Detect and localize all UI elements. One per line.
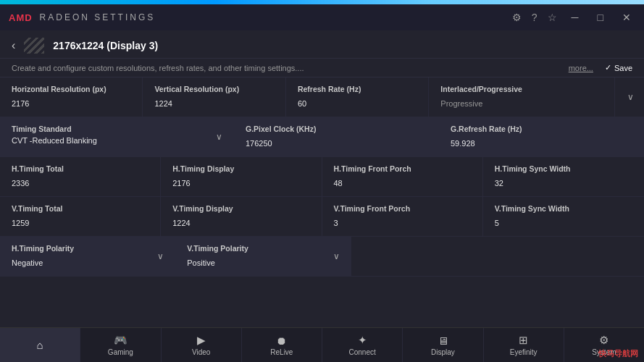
nav-gaming[interactable]: 🎮 Gaming — [80, 328, 161, 362]
minimize-button[interactable]: ─ — [567, 10, 583, 25]
cell-h-timing-total: H.Timing Total 2336 — [0, 157, 161, 196]
cell-v-timing-display: V.Timing Display 1224 — [161, 197, 322, 236]
star-icon[interactable]: ☆ — [548, 12, 557, 23]
nav-connect[interactable]: ✦ Connect — [322, 328, 403, 362]
amd-logo: AMD — [9, 12, 33, 23]
cell-h-timing-polarity: H.Timing Polarity Negative — [0, 237, 146, 276]
cell-h-timing-front-porch: H.Timing Front Porch 48 — [322, 157, 483, 196]
check-icon: ✓ — [605, 63, 611, 72]
maximize-button[interactable]: □ — [593, 10, 608, 25]
gaming-icon: 🎮 — [114, 334, 127, 347]
watermark: 快马导航网 — [598, 348, 638, 359]
cell-h-resolution: Horizontal Resolution (px) 2176 — [0, 77, 143, 117]
bottom-nav: ⌂ 🎮 Gaming ▶ Video ⏺ ReLive ✦ Connect 🖥 … — [0, 327, 644, 362]
interlaced-chevron[interactable]: ∨ — [615, 77, 644, 117]
system-icon: ⚙ — [599, 334, 609, 347]
help-icon[interactable]: ? — [532, 12, 538, 23]
cell-empty-1 — [351, 237, 498, 276]
h-polarity-chevron-cell: ∨ — [146, 237, 175, 276]
cell-v-resolution: Vertical Resolution (px) 1224 — [143, 77, 285, 117]
cell-v-timing-sync-width: V.Timing Sync Width 5 — [483, 197, 644, 236]
timing-standard-dropdown[interactable]: CVT -Reduced Blanking — [12, 136, 193, 145]
back-button[interactable]: ‹ — [12, 39, 15, 52]
row-resolutions: Horizontal Resolution (px) 2176 Vertical… — [0, 77, 644, 117]
video-icon: ▶ — [197, 334, 206, 347]
display-icon: 🖥 — [438, 334, 448, 347]
cell-gpixel-clock: G.Pixel Clock (KHz) 176250 — [234, 117, 439, 156]
save-button[interactable]: ✓ Save — [605, 63, 632, 72]
cell-v-timing-polarity: V.Timing Polarity Positive — [175, 237, 322, 276]
description-row: Create and configure custom resolutions,… — [0, 59, 644, 77]
cell-h-timing-sync-width: H.Timing Sync Width 32 — [483, 157, 644, 196]
home-icon: ⌂ — [37, 339, 43, 351]
nav-video[interactable]: ▶ Video — [162, 328, 242, 362]
cell-interlaced: Interlaced/Progressive Progressive — [429, 77, 615, 117]
description-text: Create and configure custom resolutions,… — [12, 64, 304, 72]
nav-relive[interactable]: ⏺ ReLive — [242, 328, 322, 362]
eyefinity-icon: ⊞ — [519, 334, 528, 347]
settings-icon[interactable]: ⚙ — [512, 12, 522, 23]
more-link[interactable]: more... — [569, 64, 593, 72]
title-bar-right: ⚙ ? ☆ ─ □ ✕ — [512, 10, 635, 25]
row-timing-standard: Timing Standard CVT -Reduced Blanking ∨ … — [0, 117, 644, 157]
h-polarity-chevron-icon: ∨ — [157, 251, 164, 261]
title-bar: AMD RADEON SETTINGS ⚙ ? ☆ ─ □ ✕ — [0, 4, 644, 30]
cell-v-timing-total: V.Timing Total 1259 — [0, 197, 161, 236]
title-bar-left: AMD RADEON SETTINGS — [9, 12, 155, 23]
v-polarity-chevron-cell: ∨ — [322, 237, 351, 276]
grid-area: Horizontal Resolution (px) 2176 Vertical… — [0, 77, 644, 327]
radeon-title: RADEON SETTINGS — [40, 12, 156, 22]
nav-home[interactable]: ⌂ — [0, 328, 80, 362]
row-v-timing: V.Timing Total 1259 V.Timing Display 122… — [0, 197, 644, 237]
main-area: ‹ 2176x1224 (Display 3) Create and confi… — [0, 30, 644, 327]
cell-timing-standard: Timing Standard CVT -Reduced Blanking — [0, 117, 205, 156]
timing-chevron-icon: ∨ — [216, 132, 222, 142]
header-stripe — [24, 38, 44, 54]
row-h-timing: H.Timing Total 2336 H.Timing Display 217… — [0, 157, 644, 197]
display-name: 2176x1224 (Display 3) — [53, 40, 158, 51]
desc-actions: more... ✓ Save — [569, 63, 632, 72]
relive-icon: ⏺ — [276, 334, 287, 347]
row-polarity: H.Timing Polarity Negative ∨ V.Timing Po… — [0, 237, 644, 277]
header-row: ‹ 2176x1224 (Display 3) — [0, 30, 644, 59]
close-button[interactable]: ✕ — [618, 10, 635, 25]
cell-grefresh-rate: G.Refresh Rate (Hz) 59.928 — [439, 117, 644, 156]
cell-refresh-rate: Refresh Rate (Hz) 60 — [286, 77, 429, 117]
chevron-down-icon: ∨ — [627, 92, 634, 102]
nav-eyefinity[interactable]: ⊞ Eyefinity — [484, 328, 564, 362]
connect-icon: ✦ — [358, 334, 367, 347]
timing-standard-chevron-cell: ∨ — [205, 117, 234, 156]
v-polarity-chevron-icon: ∨ — [333, 251, 340, 261]
cell-v-timing-front-porch: V.Timing Front Porch 3 — [322, 197, 483, 236]
cell-h-timing-display: H.Timing Display 2176 — [161, 157, 322, 196]
nav-display[interactable]: 🖥 Display — [403, 328, 483, 362]
